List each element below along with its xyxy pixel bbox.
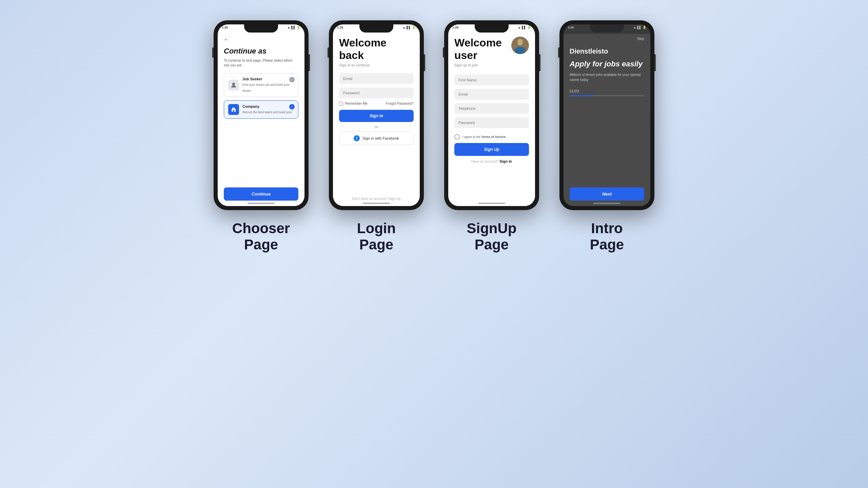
chooser-phone-container: 1:29 ▲ ▌▌ 🔋 ← Continue as To continue to… (214, 20, 309, 253)
remember-row: Remember Me Forgot Password? (339, 102, 414, 106)
terms-row: I agree to the Terms of Service (454, 134, 529, 140)
login-phone: 1:29 ▲ ▌▌ 🔋 Welcome back Sign in to cont… (329, 20, 424, 210)
chooser-screen: 1:29 ▲ ▌▌ 🔋 ← Continue as To continue to… (218, 24, 304, 206)
skip-link[interactable]: Skip (570, 37, 644, 41)
chooser-label-line1: Chooser Page (232, 220, 290, 252)
intro-screen: 1:29 ▲ ▌▌ 🔋 Skip Dienstleisto Apply for … (564, 24, 650, 206)
facebook-icon: f (354, 135, 360, 141)
signal-icon: ▌▌ (407, 26, 411, 29)
signup-subtitle: Sign up to join (454, 63, 502, 67)
role-company-card[interactable]: Company Recruit the best talent and buil… (224, 100, 298, 119)
seeker-check: ✓ (289, 77, 295, 82)
svg-point-5 (515, 47, 526, 54)
battery-icon: 🔋 (412, 26, 416, 29)
terms-text: I agree to the Terms of Service (462, 135, 506, 139)
wifi-icon: ▲ (633, 26, 636, 29)
status-time: 1:29 (222, 26, 228, 29)
welcome-subtitle: Sign in to continue (339, 63, 414, 67)
seeker-name: Job Seeker (242, 77, 294, 81)
welcome-title: Welcome back (339, 37, 414, 62)
signal-icon: ▌▌ (522, 26, 526, 29)
status-time: 1:29 (452, 26, 458, 29)
home-indicator (363, 203, 390, 204)
welcome-line1: Welcome (339, 37, 387, 49)
intro-brand: Dienstleisto (570, 47, 644, 55)
company-desc: Recruit the best talent and build your (242, 110, 292, 114)
firstname-input[interactable] (454, 75, 529, 85)
svg-point-0 (232, 83, 235, 85)
role-seeker-card[interactable]: Job Seeker Find your dream job and build… (224, 73, 298, 97)
status-time: 1:29 (337, 26, 343, 29)
signin-link[interactable]: Sign In (499, 159, 512, 163)
signup-phone: 1:29 ▲ ▌▌ 🔋 Welcome user (444, 20, 539, 210)
notch (359, 24, 393, 33)
signup-content: Welcome user Sign up to join (448, 34, 535, 206)
login-phone-container: 1:29 ▲ ▌▌ 🔋 Welcome back Sign in to cont… (329, 20, 424, 253)
no-account-row: Don't have an account? Sign Up (339, 197, 414, 201)
facebook-signin-button[interactable]: f Sign in with Facebook (339, 131, 414, 145)
intro-phone-container: 1:29 ▲ ▌▌ 🔋 Skip Dienstleisto Apply for … (559, 20, 654, 253)
company-check: ✓ (289, 104, 295, 109)
intro-content: Skip Dienstleisto Apply for jobs easily … (564, 34, 650, 206)
status-icons: ▲ ▌▌ 🔋 (518, 26, 531, 29)
password-input[interactable] (339, 87, 414, 98)
forgot-password-link[interactable]: Forgot Password? (386, 102, 414, 105)
phones-row: 1:29 ▲ ▌▌ 🔋 ← Continue as To continue to… (214, 20, 654, 253)
home-indicator (478, 203, 505, 204)
sign-in-button[interactable]: Sign In (339, 110, 414, 122)
wifi-icon: ▲ (518, 26, 521, 29)
battery-icon: 🔋 (643, 26, 646, 29)
status-time: 1:29 (568, 26, 574, 29)
next-button[interactable]: Next (570, 187, 644, 201)
login-label: Login Page (357, 220, 396, 252)
wifi-icon: ▲ (287, 26, 290, 29)
terms-bold: Terms of Service (481, 135, 506, 139)
continue-as-subtitle: To continue to next page, Please select … (224, 58, 298, 68)
email-input[interactable] (339, 73, 414, 84)
progress-area: 01/03 (570, 89, 644, 96)
notch (475, 24, 509, 33)
welcome-line2: back (339, 49, 364, 61)
facebook-btn-label: Sign in with Facebook (362, 136, 399, 140)
remember-checkbox[interactable] (339, 102, 343, 106)
intro-desc: Millions of dream jobs available for you… (570, 72, 644, 82)
signup-phone-container: 1:29 ▲ ▌▌ 🔋 Welcome user (444, 20, 539, 253)
status-icons: ▲ ▌▌ 🔋 (402, 26, 416, 29)
back-arrow[interactable]: ← (224, 37, 298, 43)
seeker-text: Job Seeker Find your dream job and build… (242, 77, 294, 93)
progress-bar-bg (570, 95, 644, 96)
have-account-text: Have an account? (471, 160, 499, 163)
sign-up-button[interactable]: Sign Up (454, 143, 529, 156)
signal-icon: ▌▌ (291, 26, 296, 29)
password-input[interactable] (454, 117, 529, 128)
login-screen: 1:29 ▲ ▌▌ 🔋 Welcome back Sign in to cont… (333, 24, 420, 206)
signup-link-label[interactable]: Sign Up (389, 197, 401, 201)
login-page-label: Login Page (357, 220, 396, 253)
battery-icon: 🔋 (527, 26, 531, 29)
no-account-text: Don't have an account? (352, 197, 388, 201)
user-avatar (511, 37, 529, 54)
welcome-user-header: Welcome user Sign up to join (454, 37, 529, 73)
signup-label: SignUp Page (467, 220, 517, 252)
telephone-input[interactable] (454, 103, 529, 114)
progress-bar-fill (570, 95, 594, 96)
have-account-row: Have an account? Sign In (454, 159, 529, 163)
battery-icon: 🔋 (297, 26, 300, 29)
home-indicator (248, 203, 275, 204)
intro-tagline: Apply for jobs easily (570, 59, 644, 69)
chooser-phone: 1:29 ▲ ▌▌ 🔋 ← Continue as To continue to… (214, 20, 309, 210)
welcome-user-text: Welcome user Sign up to join (454, 37, 502, 73)
company-icon (228, 104, 239, 115)
or-divider: or (339, 125, 414, 129)
terms-circle[interactable] (454, 134, 460, 140)
signup-page-label: SignUp Page (467, 220, 517, 253)
seeker-desc: Find your dream job and build your dream (242, 83, 290, 93)
home-indicator (593, 203, 620, 204)
continue-as-title: Continue as (224, 47, 298, 56)
company-text: Company Recruit the best talent and buil… (242, 104, 294, 115)
svg-rect-2 (232, 108, 235, 109)
continue-button[interactable]: Continue (224, 187, 298, 201)
remember-label: Remember Me (345, 102, 368, 105)
status-icons: ▲ ▌▌ 🔋 (287, 26, 300, 29)
email-input[interactable] (454, 89, 529, 100)
